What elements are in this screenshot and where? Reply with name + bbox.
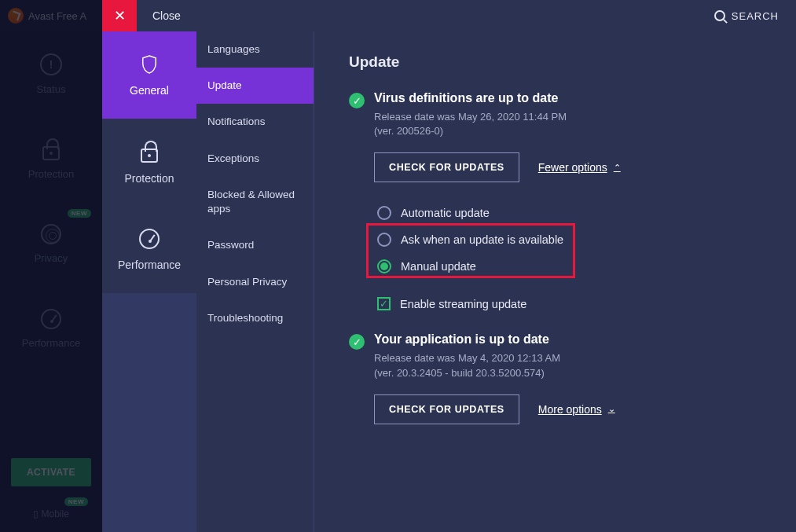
sub-languages-label: Languages xyxy=(207,43,260,55)
sub-personal-privacy[interactable]: Personal Privacy xyxy=(196,264,314,300)
nav-performance-label: Performance xyxy=(22,337,80,349)
check-updates-defs-button[interactable]: CHECK FOR UPDATES xyxy=(374,152,519,182)
radio-icon xyxy=(377,233,391,247)
sub-exceptions-label: Exceptions xyxy=(207,152,259,164)
check-circle-icon: ✓ xyxy=(349,334,365,350)
defs-title: Virus definitions are up to date xyxy=(374,91,567,105)
nav-status[interactable]: Status xyxy=(0,31,102,116)
status-icon xyxy=(40,53,62,75)
radio-selected-icon xyxy=(377,259,391,273)
search-button[interactable]: SEARCH xyxy=(714,0,779,31)
chevron-down-icon: ⌄ xyxy=(608,404,615,414)
gauge-icon xyxy=(139,229,160,249)
category-general-label: General xyxy=(130,84,169,97)
main-nav-background: Avast Free A Status Protection NEW Priva… xyxy=(0,0,102,532)
close-button[interactable]: ✕ xyxy=(102,0,137,31)
app-window: Avast Free A Status Protection NEW Priva… xyxy=(0,0,796,532)
update-mode-radio-group: Automatic update Ask when an update is a… xyxy=(374,200,765,280)
sub-update[interactable]: Update xyxy=(196,68,314,104)
radio-ask-label: Ask when an update is available xyxy=(401,233,563,246)
nav-privacy[interactable]: NEW Privacy xyxy=(0,201,102,286)
app-version: (ver. 20.3.2405 - build 20.3.5200.574) xyxy=(374,366,560,380)
new-badge: NEW xyxy=(64,497,88,506)
activate-label: ACTIVATE xyxy=(27,467,75,478)
check-circle-icon: ✓ xyxy=(349,93,365,108)
radio-icon xyxy=(377,206,391,220)
nav-mobile-label: Mobile xyxy=(41,508,68,519)
sub-troubleshoot-label: Troubleshooting xyxy=(207,312,283,324)
settings-topbar: Close SEARCH xyxy=(102,0,796,31)
defs-release-date: Release date was May 26, 2020 11:44 PM xyxy=(374,110,567,124)
page-title: Update xyxy=(349,53,765,71)
nav-status-label: Status xyxy=(37,83,66,95)
brand-text: Avast Free A xyxy=(28,10,86,22)
app-release-date: Release date was May 4, 2020 12:13 AM xyxy=(374,351,560,365)
enable-streaming-label: Enable streaming update xyxy=(400,298,526,310)
app-title: Your application is up to date xyxy=(374,332,560,347)
fewer-options-label: Fewer options xyxy=(538,161,607,174)
application-status: ✓ Your application is up to date Release… xyxy=(349,332,765,380)
sub-languages[interactable]: Languages xyxy=(196,31,314,68)
fingerprint-icon xyxy=(41,224,61,244)
sub-notifications[interactable]: Notifications xyxy=(196,104,314,140)
avast-logo-icon xyxy=(8,8,24,24)
defs-version: (ver. 200526-0) xyxy=(374,124,567,138)
phone-icon: ▯ xyxy=(33,508,41,519)
sub-privacy-label: Personal Privacy xyxy=(207,276,287,288)
gauge-icon xyxy=(41,309,61,329)
lock-icon xyxy=(42,146,60,160)
chevron-up-icon: ⌃ xyxy=(614,163,621,173)
fewer-options-link[interactable]: Fewer options ⌃ xyxy=(538,161,621,174)
more-options-link[interactable]: More options ⌄ xyxy=(538,403,615,416)
close-label: Close xyxy=(152,9,181,22)
search-icon xyxy=(714,10,725,21)
category-general[interactable]: General xyxy=(102,31,196,119)
more-options-label: More options xyxy=(538,403,602,416)
defs-actions: CHECK FOR UPDATES Fewer options ⌃ xyxy=(374,152,765,182)
radio-manual[interactable]: Manual update xyxy=(374,253,765,280)
sub-blocked-label: Blocked & Allowed apps xyxy=(207,189,295,215)
sub-exceptions[interactable]: Exceptions xyxy=(196,141,314,177)
brand-bar: Avast Free A xyxy=(0,0,102,31)
sub-notifications-label: Notifications xyxy=(207,116,266,127)
category-performance[interactable]: Performance xyxy=(102,206,196,293)
category-performance-label: Performance xyxy=(118,259,181,271)
check-updates-label: CHECK FOR UPDATES xyxy=(389,162,504,173)
settings-submenu: Languages Update Notifications Exception… xyxy=(196,31,314,532)
settings-categories: General Protection Performance xyxy=(102,31,196,532)
shield-icon xyxy=(141,54,158,75)
lock-icon xyxy=(141,149,158,163)
check-updates-app-button[interactable]: CHECK FOR UPDATES xyxy=(374,394,519,424)
category-protection[interactable]: Protection xyxy=(102,119,196,206)
app-actions: CHECK FOR UPDATES More options ⌄ xyxy=(374,394,765,424)
nav-protection-label: Protection xyxy=(28,168,75,180)
new-badge: NEW xyxy=(68,209,91,218)
activate-button[interactable]: ACTIVATE xyxy=(11,458,91,486)
nav-privacy-label: Privacy xyxy=(35,252,68,264)
search-label: SEARCH xyxy=(732,10,779,22)
virus-definitions-status: ✓ Virus definitions are up to date Relea… xyxy=(349,91,765,138)
enable-streaming-checkbox[interactable]: ✓ Enable streaming update xyxy=(377,297,765,310)
radio-ask[interactable]: Ask when an update is available xyxy=(374,226,765,253)
nav-mobile[interactable]: NEW ▯ Mobile xyxy=(0,508,102,519)
radio-automatic[interactable]: Automatic update xyxy=(374,200,765,226)
category-protection-label: Protection xyxy=(124,172,174,185)
nav-performance[interactable]: Performance xyxy=(0,286,102,371)
checkbox-checked-icon: ✓ xyxy=(377,297,391,310)
sub-troubleshooting[interactable]: Troubleshooting xyxy=(196,300,314,336)
settings-content: Update ✓ Virus definitions are up to dat… xyxy=(314,31,796,532)
sub-password-label: Password xyxy=(207,239,254,251)
nav-protection[interactable]: Protection xyxy=(0,116,102,201)
close-icon: ✕ xyxy=(114,7,126,24)
radio-automatic-label: Automatic update xyxy=(401,207,490,219)
check-updates-label: CHECK FOR UPDATES xyxy=(389,404,504,415)
sub-update-label: Update xyxy=(207,79,242,91)
sub-blocked-allowed[interactable]: Blocked & Allowed apps xyxy=(196,177,314,227)
sub-password[interactable]: Password xyxy=(196,227,314,263)
radio-manual-label: Manual update xyxy=(401,260,476,273)
